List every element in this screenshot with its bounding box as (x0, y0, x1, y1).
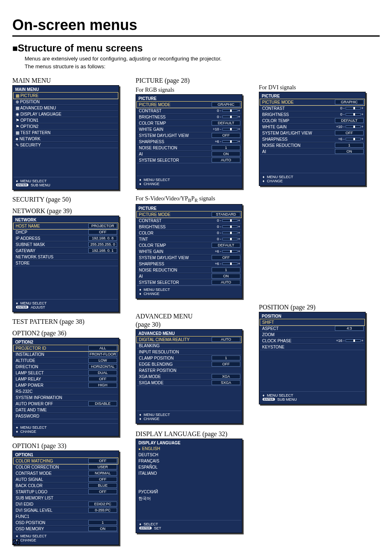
menu-row[interactable]: LAMP RELAYOFF (14, 376, 118, 382)
menu-row[interactable]: HOST NAMEPROJECTOR (14, 223, 118, 229)
menu-row[interactable]: AION (137, 273, 241, 279)
language-option[interactable] (137, 477, 241, 483)
menu-row[interactable]: SHARPNESS+6-+ (137, 139, 241, 145)
menu-row[interactable]: COLOR TEMPDEFAULT (137, 120, 241, 126)
menu-row[interactable]: STARTUP LOGOOFF (14, 489, 118, 495)
menu-row[interactable]: INPUT RESOLUTION (137, 349, 241, 355)
menu-row[interactable]: PICTURE MODESTANDARD (137, 211, 241, 218)
menu-row[interactable]: PROJECTOR IDALL (14, 345, 118, 351)
menu-row[interactable]: COLOR0-+ (137, 230, 241, 236)
menu-row[interactable]: CONTRAST MODENORMAL (14, 470, 118, 476)
menu-row[interactable]: GATEWAY192.168. 0. 1 (14, 248, 118, 254)
menu-row[interactable]: KEYSTONE (260, 344, 364, 350)
language-option[interactable]: ITALIANO (137, 471, 241, 477)
menu-row[interactable]: ⊕ POSITION (14, 99, 118, 105)
row-slider[interactable]: 0-+ (212, 109, 240, 113)
menu-row[interactable]: DVI EDIDEDID2:PC (14, 501, 118, 507)
language-option[interactable]: ESPAÑOL (137, 464, 241, 471)
menu-row[interactable]: LAMP SELECTDUAL (14, 370, 118, 376)
row-slider[interactable]: 0-+ (335, 106, 364, 110)
menu-row[interactable]: COLOR TEMPDEFAULT (260, 118, 364, 124)
menu-row[interactable]: AION (137, 151, 241, 157)
row-slider[interactable]: +10-+ (335, 125, 364, 129)
language-option[interactable]: ENGLISH (137, 446, 241, 452)
row-slider[interactable]: 0-+ (212, 225, 240, 229)
menu-row[interactable]: SYSTEM DAYLIGHT VIEWOFF (260, 130, 364, 136)
menu-row[interactable]: WHITE GAIN+10-+ (260, 124, 364, 130)
menu-row[interactable]: DATE AND TIME (14, 407, 118, 413)
menu-row[interactable]: NOISE REDUCTION1 (137, 267, 241, 273)
menu-row[interactable]: BLANKING (137, 343, 241, 349)
menu-row[interactable]: FUNC1 (14, 513, 118, 520)
row-slider[interactable]: +6-+ (335, 137, 364, 141)
menu-row[interactable]: XGA MODEXGA (137, 374, 241, 380)
menu-row[interactable]: SYSTEM SELECTORAUTO (137, 157, 241, 163)
menu-row[interactable]: TINT0-+ (137, 236, 241, 242)
menu-row[interactable]: ALTITUDELOW (14, 358, 118, 364)
menu-row[interactable]: DHCPOFF (14, 229, 118, 235)
menu-row[interactable]: DIRECTIONHORIZONTAL (14, 364, 118, 370)
menu-row[interactable]: SHIFT (260, 319, 364, 325)
row-slider[interactable]: +16-+ (335, 339, 364, 343)
menu-row[interactable]: CLOCK PHASE+16-+ (260, 338, 364, 344)
menu-row[interactable]: ◉ DISPLAY LANGUAGE (14, 111, 118, 117)
language-option[interactable] (137, 508, 241, 514)
menu-row[interactable]: WHITE GAIN+6-+ (137, 248, 241, 255)
language-option[interactable]: РУССКИЙ (137, 489, 241, 495)
menu-row[interactable]: DVI SIGNAL LEVEL0-255:PC (14, 507, 118, 513)
menu-row[interactable]: DIGITAL CINEMA REALITYAUTO (137, 337, 241, 343)
menu-row[interactable]: ⚑ OPTION1 (14, 117, 118, 123)
menu-row[interactable]: COLOR CORRECTIONUSER (14, 464, 118, 470)
row-slider[interactable]: 0-+ (212, 115, 240, 119)
menu-row[interactable]: ♣ NETWORK (14, 136, 118, 142)
menu-row[interactable]: SYSTEM SELECTORAUTO (137, 279, 241, 286)
menu-row[interactable]: COLOR TEMPDEFAULT (137, 242, 241, 248)
menu-row[interactable]: ZOOM (260, 332, 364, 338)
menu-row[interactable]: CONTRAST0-+ (260, 105, 364, 111)
language-option[interactable]: DEUTSCH (137, 452, 241, 458)
menu-row[interactable]: PASSWORD (14, 413, 118, 419)
menu-row[interactable]: ▦ PICTURE (14, 93, 118, 99)
menu-row[interactable]: INSTALLATIONFRONT-FLOOR (14, 351, 118, 358)
menu-row[interactable]: CONTRAST0-+ (137, 108, 241, 114)
language-option[interactable] (137, 502, 241, 508)
menu-row[interactable]: LAMP POWERHIGH (14, 382, 118, 388)
menu-row[interactable]: RASTER POSITION (137, 367, 241, 374)
menu-row[interactable]: SUB MEMORY LIST (14, 495, 118, 501)
menu-row[interactable]: SYSTEM INFORMATION (14, 395, 118, 401)
menu-row[interactable]: WHITE GAIN+10-+ (137, 126, 241, 132)
menu-row[interactable]: SUBNET MASK255.255.255. 0 (14, 242, 118, 248)
language-option[interactable] (137, 514, 241, 520)
row-slider[interactable]: 0-+ (212, 237, 240, 241)
menu-row[interactable]: RS-232C (14, 388, 118, 395)
menu-row[interactable]: ▦ TEST PATTERN (14, 130, 118, 136)
menu-row[interactable]: CLAMP POSITION1 (137, 355, 241, 361)
menu-row[interactable]: SYSTEM DAYLIGHT VIEWOFF (137, 132, 241, 139)
menu-row[interactable]: EDGE BLENDINGOFF (137, 361, 241, 367)
menu-row[interactable]: NOISE REDUCTION1 (260, 142, 364, 149)
menu-row[interactable]: ✎ SECURITY (14, 142, 118, 148)
menu-row[interactable]: BRIGHTNESS0-+ (137, 224, 241, 230)
row-slider[interactable]: +10-+ (212, 127, 240, 131)
menu-row[interactable]: OSD MEMORYON (14, 526, 118, 532)
row-slider[interactable]: 0-+ (212, 231, 240, 235)
language-option[interactable] (137, 483, 241, 489)
menu-row[interactable]: CONTRAST0-+ (137, 218, 241, 224)
row-slider[interactable]: +6-+ (212, 262, 240, 266)
menu-row[interactable]: BRIGHTNESS0-+ (260, 111, 364, 118)
menu-row[interactable]: NETWORK STATUS (14, 254, 118, 260)
row-slider[interactable]: +6-+ (212, 249, 240, 253)
row-slider[interactable]: 0-+ (212, 218, 240, 223)
menu-row[interactable]: NOISE REDUCTION1 (137, 145, 241, 151)
language-option[interactable]: FRANÇAIS (137, 458, 241, 464)
menu-row[interactable]: SHARPNESS+6-+ (137, 261, 241, 267)
menu-row[interactable]: AUTO POWER OFFDISABLE (14, 401, 118, 407)
menu-row[interactable]: SHARPNESS+6-+ (260, 136, 364, 142)
language-option[interactable]: 한국어 (137, 495, 241, 502)
menu-row[interactable]: IP ADDRESS192.168. 0. 8 (14, 235, 118, 242)
menu-row[interactable]: PICTURE MODEGRAPHIC (137, 102, 241, 108)
menu-row[interactable]: AION (260, 149, 364, 155)
menu-row[interactable]: OSD POSITION1 (14, 520, 118, 526)
menu-row[interactable]: BRIGHTNESS0-+ (137, 114, 241, 120)
menu-row[interactable]: BACK COLORBLUE (14, 483, 118, 489)
